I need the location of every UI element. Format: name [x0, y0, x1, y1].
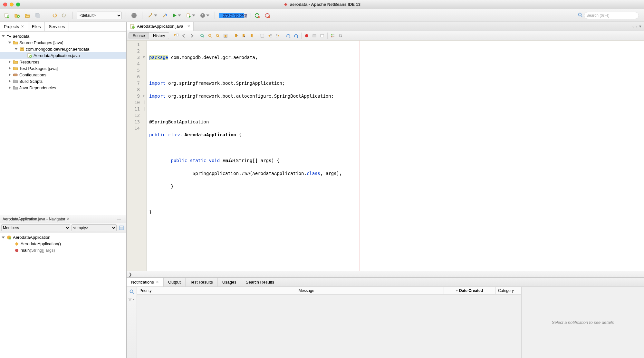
chevron-right-icon[interactable]: [8, 60, 12, 63]
tree-node-resources[interactable]: Resources: [0, 59, 126, 65]
tab-usages[interactable]: Usages: [218, 278, 241, 286]
navigator-scope-select[interactable]: Members: [1, 224, 70, 231]
tree-node-source-packages[interactable]: Source Packages [java]: [0, 39, 126, 46]
clean-build-button[interactable]: [160, 11, 169, 20]
chevron-down-icon[interactable]: [1, 35, 5, 37]
redo-button[interactable]: [60, 11, 69, 20]
tab-scroll-right-icon[interactable]: ›: [636, 24, 637, 29]
th-date[interactable]: ▾Date Created: [444, 287, 495, 294]
run-button[interactable]: [171, 11, 182, 20]
earth-icon[interactable]: [130, 11, 138, 20]
nav-back-icon[interactable]: [180, 32, 187, 39]
new-file-button[interactable]: [3, 11, 11, 20]
start-macro-icon[interactable]: [285, 32, 292, 39]
stop-macro-icon[interactable]: [293, 32, 300, 39]
find-selection-icon[interactable]: [199, 32, 206, 39]
last-edit-icon[interactable]: [173, 32, 180, 39]
search-input[interactable]: [584, 12, 639, 19]
panel-minimize-button[interactable]: —: [115, 217, 124, 221]
project-tree[interactable]: aerodata Source Packages [java] com.mong…: [0, 32, 126, 215]
toggle-highlight-icon[interactable]: [222, 32, 229, 39]
tree-node-project[interactable]: aerodata: [0, 33, 126, 39]
chevron-right-icon[interactable]: [8, 73, 12, 76]
close-icon[interactable]: ✕: [21, 24, 24, 29]
prev-bookmark-icon[interactable]: [233, 32, 240, 39]
open-project-button[interactable]: [23, 11, 32, 20]
memory-usage-button[interactable]: 370.2/460.0MB: [219, 13, 251, 18]
svg-rect-21: [13, 74, 17, 76]
tab-output[interactable]: Output: [164, 278, 186, 286]
tab-services[interactable]: Services: [45, 22, 69, 31]
notifications-table[interactable]: Priority Message ▾Date Created Category: [137, 287, 521, 358]
chevron-right-icon[interactable]: [8, 86, 12, 89]
tab-files[interactable]: Files: [28, 22, 45, 31]
filter-icon[interactable]: [128, 296, 135, 303]
save-all-button[interactable]: [34, 11, 42, 20]
toggle-rect-select-icon[interactable]: [259, 32, 266, 39]
tab-list-icon[interactable]: ▾: [639, 24, 641, 29]
navigator-settings-icon[interactable]: [118, 224, 125, 231]
tree-node-test-packages[interactable]: Test Packages [java]: [0, 65, 126, 72]
window-maximize-button[interactable]: [16, 3, 20, 6]
panel-minimize-button[interactable]: —: [117, 22, 126, 31]
navigator-tree[interactable]: AerodataApplication AerodataApplication(…: [0, 233, 126, 358]
run-config-select[interactable]: <default>: [77, 12, 122, 19]
code-content[interactable]: package com.mongodb.devrel.gcr.aerodata;…: [147, 41, 644, 271]
nav-node-main[interactable]: main(String[] args): [0, 247, 126, 254]
nav-node-constructor[interactable]: AerodataApplication(): [0, 241, 126, 247]
nav-node-class[interactable]: AerodataApplication: [0, 234, 126, 241]
th-priority[interactable]: Priority: [137, 287, 169, 294]
reload-stop-icon[interactable]: [263, 11, 272, 20]
find-prev-icon[interactable]: [207, 32, 214, 39]
diff-sidebar-icon[interactable]: [329, 32, 336, 39]
search-icon[interactable]: [128, 288, 135, 295]
uncomment-icon[interactable]: [319, 32, 326, 39]
close-icon[interactable]: ✕: [156, 280, 159, 284]
close-icon[interactable]: ✕: [187, 24, 190, 28]
build-button[interactable]: [146, 11, 159, 20]
chevron-down-icon[interactable]: [14, 48, 18, 50]
tree-node-build-scripts[interactable]: Build Scripts: [0, 78, 126, 84]
tab-scroll-left-icon[interactable]: ‹: [632, 24, 634, 29]
chevron-right-icon[interactable]: [8, 67, 12, 70]
tab-test-results[interactable]: Test Results: [186, 278, 218, 286]
history-view-button[interactable]: History: [149, 33, 169, 39]
comment-icon[interactable]: [311, 32, 318, 39]
fold-gutter[interactable]: ⊟⌊⊟││: [142, 41, 147, 271]
diff-overview-icon[interactable]: [337, 32, 344, 39]
th-category[interactable]: Category: [495, 287, 521, 294]
tree-node-java-deps[interactable]: Java Dependencies: [0, 84, 126, 91]
chevron-down-icon[interactable]: [8, 42, 12, 44]
new-project-button[interactable]: [13, 11, 21, 20]
undo-button[interactable]: [50, 11, 58, 20]
tree-node-package[interactable]: com.mongodb.devrel.gcr.aerodata: [0, 46, 126, 52]
shift-line-left-icon[interactable]: [266, 32, 274, 39]
notifications-table-wrap: Priority Message ▾Date Created Category: [137, 287, 522, 358]
close-icon[interactable]: ✕: [67, 217, 70, 221]
tab-search-results[interactable]: Search Results: [241, 278, 279, 286]
find-next-icon[interactable]: [214, 32, 221, 39]
reload-start-icon[interactable]: [253, 11, 261, 20]
toggle-bookmark-icon[interactable]: [248, 32, 255, 39]
profile-button[interactable]: [198, 11, 211, 20]
chevron-down-icon[interactable]: [1, 237, 5, 238]
navigator-filter-select[interactable]: <empty>: [72, 224, 117, 231]
line-number-gutter[interactable]: 1234567891011121314: [127, 41, 142, 271]
next-bookmark-icon[interactable]: [240, 32, 247, 39]
shift-line-right-icon[interactable]: [274, 32, 281, 39]
code-editor[interactable]: 1234567891011121314 ⊟⌊⊟││ package com.mo…: [127, 41, 644, 271]
tree-node-java-file[interactable]: AerodataApplication.java: [0, 52, 126, 59]
window-close-button[interactable]: [3, 3, 7, 6]
editor-breadcrumb[interactable]: ❯: [127, 271, 644, 277]
th-message[interactable]: Message: [169, 287, 444, 294]
chevron-right-icon[interactable]: [8, 80, 12, 83]
debug-button[interactable]: [184, 11, 197, 20]
tab-projects[interactable]: Projects✕: [0, 22, 28, 31]
tab-notifications[interactable]: Notifications✕: [127, 278, 164, 286]
editor-tab-aerodata[interactable]: AerodataApplication.java ✕: [127, 22, 194, 31]
source-view-button[interactable]: Source: [129, 33, 149, 39]
nav-forward-icon[interactable]: [188, 32, 195, 39]
tree-node-configurations[interactable]: Configurations: [0, 72, 126, 78]
window-minimize-button[interactable]: [10, 3, 14, 6]
breakpoint-icon[interactable]: [303, 32, 310, 39]
